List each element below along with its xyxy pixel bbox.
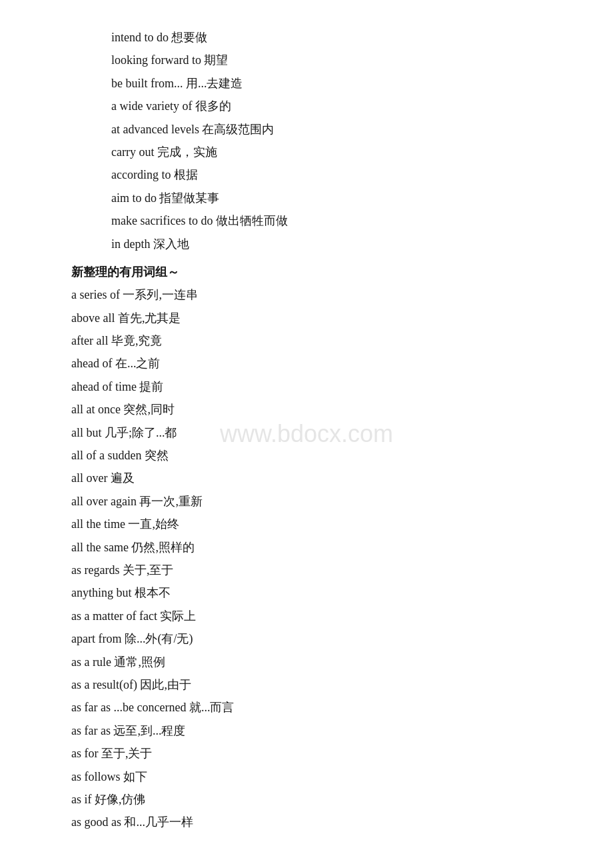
list-item: ahead of 在...之前 (71, 353, 573, 374)
list-item: all over 遍及 (71, 467, 573, 489)
list-item: at advanced levels 在高级范围内 (111, 119, 573, 140)
list-item: after all 毕竟,究竟 (71, 330, 573, 351)
list-item: as a result(of) 因此,由于 (71, 674, 573, 695)
list-item: a series of 一系列,一连串 (71, 284, 573, 305)
indented-phrases-section: intend to do 想要做 looking forward to 期望 b… (71, 27, 573, 255)
list-item: as if 好像,仿佛 (71, 789, 573, 810)
list-item: all the time 一直,始终 (71, 513, 573, 535)
list-item: in depth 深入地 (111, 233, 573, 255)
list-item: all of a sudden 突然 (71, 445, 573, 466)
list-item: intend to do 想要做 (111, 27, 573, 48)
list-item: anything but 根本不 (71, 582, 573, 603)
main-content: intend to do 想要做 looking forward to 期望 b… (0, 27, 613, 833)
list-item: as follows 如下 (71, 766, 573, 787)
list-item: ahead of time 提前 (71, 376, 573, 397)
list-item: be built from... 用...去建造 (111, 73, 573, 94)
list-item: looking forward to 期望 (111, 49, 573, 71)
list-item: according to 根据 (111, 164, 573, 185)
list-item: all at once 突然,同时 (71, 399, 573, 420)
list-item: carry out 完成，实施 (111, 141, 573, 163)
list-item: as good as 和...几乎一样 (71, 811, 573, 833)
list-item: as a matter of fact 实际上 (71, 605, 573, 627)
list-item: apart from 除...外(有/无) (71, 628, 573, 649)
list-item: above all 首先,尤其是 (71, 307, 573, 329)
list-item: as a rule 通常,照例 (71, 651, 573, 673)
list-item: a wide variety of 很多的 (111, 95, 573, 117)
list-item: all but 几乎;除了...都 (71, 422, 573, 443)
list-item: all over again 再一次,重新 (71, 491, 573, 512)
list-item: as regards 关于,至于 (71, 559, 573, 581)
list-item: all the same 仍然,照样的 (71, 537, 573, 558)
list-item: as far as ...be concerned 就...而言 (71, 697, 573, 718)
list-item: as far as 远至,到...程度 (71, 720, 573, 741)
list-item: make sacrifices to do 做出牺牲而做 (111, 210, 573, 231)
section-header: 新整理的有用词组～ (71, 261, 573, 283)
list-item: as for 至于,关于 (71, 743, 573, 764)
list-item: aim to do 指望做某事 (111, 187, 573, 209)
